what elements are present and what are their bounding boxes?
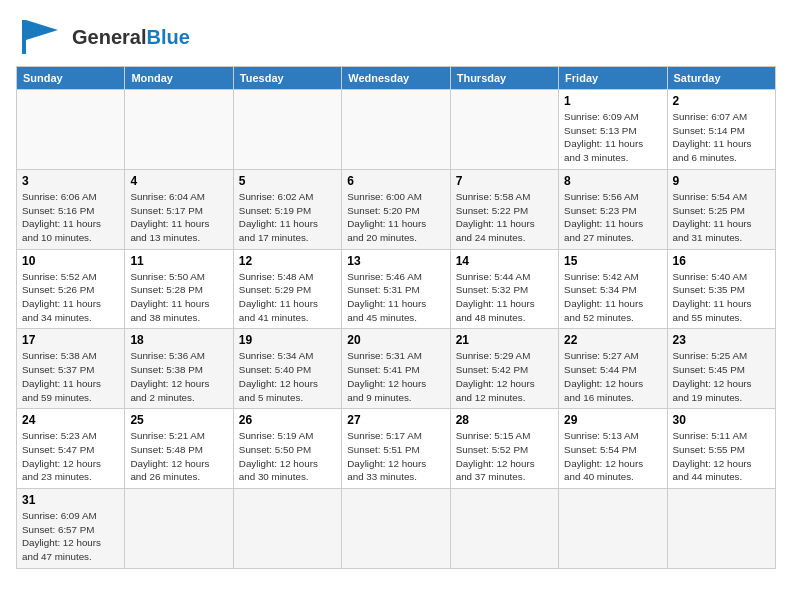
day-number: 29 — [564, 413, 661, 427]
day-info: Sunrise: 5:17 AM Sunset: 5:51 PM Dayligh… — [347, 429, 444, 484]
calendar-cell — [125, 489, 233, 569]
day-number: 11 — [130, 254, 227, 268]
calendar-cell: 16Sunrise: 5:40 AM Sunset: 5:35 PM Dayli… — [667, 249, 775, 329]
calendar-cell: 19Sunrise: 5:34 AM Sunset: 5:40 PM Dayli… — [233, 329, 341, 409]
calendar-cell: 1Sunrise: 6:09 AM Sunset: 5:13 PM Daylig… — [559, 90, 667, 170]
header-day-monday: Monday — [125, 67, 233, 90]
calendar-cell: 27Sunrise: 5:17 AM Sunset: 5:51 PM Dayli… — [342, 409, 450, 489]
calendar-cell: 2Sunrise: 6:07 AM Sunset: 5:14 PM Daylig… — [667, 90, 775, 170]
day-number: 4 — [130, 174, 227, 188]
calendar-cell — [667, 489, 775, 569]
calendar-cell: 26Sunrise: 5:19 AM Sunset: 5:50 PM Dayli… — [233, 409, 341, 489]
day-info: Sunrise: 5:29 AM Sunset: 5:42 PM Dayligh… — [456, 349, 553, 404]
day-number: 9 — [673, 174, 770, 188]
day-number: 30 — [673, 413, 770, 427]
day-number: 19 — [239, 333, 336, 347]
header-day-saturday: Saturday — [667, 67, 775, 90]
day-number: 31 — [22, 493, 119, 507]
calendar-cell — [233, 489, 341, 569]
day-info: Sunrise: 5:15 AM Sunset: 5:52 PM Dayligh… — [456, 429, 553, 484]
header-day-tuesday: Tuesday — [233, 67, 341, 90]
calendar-cell: 18Sunrise: 5:36 AM Sunset: 5:38 PM Dayli… — [125, 329, 233, 409]
page-header: GeneralBlue — [16, 16, 776, 58]
day-info: Sunrise: 5:25 AM Sunset: 5:45 PM Dayligh… — [673, 349, 770, 404]
day-info: Sunrise: 6:04 AM Sunset: 5:17 PM Dayligh… — [130, 190, 227, 245]
svg-marker-1 — [26, 20, 58, 40]
day-info: Sunrise: 5:40 AM Sunset: 5:35 PM Dayligh… — [673, 270, 770, 325]
calendar-cell: 5Sunrise: 6:02 AM Sunset: 5:19 PM Daylig… — [233, 169, 341, 249]
day-info: Sunrise: 5:19 AM Sunset: 5:50 PM Dayligh… — [239, 429, 336, 484]
day-info: Sunrise: 5:38 AM Sunset: 5:37 PM Dayligh… — [22, 349, 119, 404]
calendar-cell: 12Sunrise: 5:48 AM Sunset: 5:29 PM Dayli… — [233, 249, 341, 329]
calendar-cell: 10Sunrise: 5:52 AM Sunset: 5:26 PM Dayli… — [17, 249, 125, 329]
calendar-cell — [233, 90, 341, 170]
day-number: 17 — [22, 333, 119, 347]
svg-rect-0 — [22, 20, 26, 54]
calendar-week-1: 3Sunrise: 6:06 AM Sunset: 5:16 PM Daylig… — [17, 169, 776, 249]
day-info: Sunrise: 5:21 AM Sunset: 5:48 PM Dayligh… — [130, 429, 227, 484]
calendar-cell: 15Sunrise: 5:42 AM Sunset: 5:34 PM Dayli… — [559, 249, 667, 329]
calendar-cell — [125, 90, 233, 170]
day-number: 14 — [456, 254, 553, 268]
day-number: 1 — [564, 94, 661, 108]
calendar-cell: 14Sunrise: 5:44 AM Sunset: 5:32 PM Dayli… — [450, 249, 558, 329]
calendar-cell: 25Sunrise: 5:21 AM Sunset: 5:48 PM Dayli… — [125, 409, 233, 489]
day-number: 13 — [347, 254, 444, 268]
header-row: SundayMondayTuesdayWednesdayThursdayFrid… — [17, 67, 776, 90]
logo-blue-text: Blue — [146, 26, 189, 48]
day-number: 3 — [22, 174, 119, 188]
calendar-cell: 8Sunrise: 5:56 AM Sunset: 5:23 PM Daylig… — [559, 169, 667, 249]
header-day-friday: Friday — [559, 67, 667, 90]
calendar-week-0: 1Sunrise: 6:09 AM Sunset: 5:13 PM Daylig… — [17, 90, 776, 170]
day-info: Sunrise: 5:58 AM Sunset: 5:22 PM Dayligh… — [456, 190, 553, 245]
calendar-cell: 24Sunrise: 5:23 AM Sunset: 5:47 PM Dayli… — [17, 409, 125, 489]
calendar-cell: 6Sunrise: 6:00 AM Sunset: 5:20 PM Daylig… — [342, 169, 450, 249]
calendar-cell: 28Sunrise: 5:15 AM Sunset: 5:52 PM Dayli… — [450, 409, 558, 489]
day-number: 23 — [673, 333, 770, 347]
header-day-wednesday: Wednesday — [342, 67, 450, 90]
day-number: 27 — [347, 413, 444, 427]
calendar-cell: 31Sunrise: 6:09 AM Sunset: 6:57 PM Dayli… — [17, 489, 125, 569]
calendar-cell: 11Sunrise: 5:50 AM Sunset: 5:28 PM Dayli… — [125, 249, 233, 329]
day-number: 5 — [239, 174, 336, 188]
day-number: 20 — [347, 333, 444, 347]
day-number: 18 — [130, 333, 227, 347]
day-number: 22 — [564, 333, 661, 347]
calendar-cell — [342, 489, 450, 569]
calendar-week-3: 17Sunrise: 5:38 AM Sunset: 5:37 PM Dayli… — [17, 329, 776, 409]
day-info: Sunrise: 5:54 AM Sunset: 5:25 PM Dayligh… — [673, 190, 770, 245]
day-info: Sunrise: 5:48 AM Sunset: 5:29 PM Dayligh… — [239, 270, 336, 325]
calendar-cell: 23Sunrise: 5:25 AM Sunset: 5:45 PM Dayli… — [667, 329, 775, 409]
calendar-cell: 29Sunrise: 5:13 AM Sunset: 5:54 PM Dayli… — [559, 409, 667, 489]
calendar-cell: 30Sunrise: 5:11 AM Sunset: 5:55 PM Dayli… — [667, 409, 775, 489]
day-number: 8 — [564, 174, 661, 188]
day-info: Sunrise: 5:34 AM Sunset: 5:40 PM Dayligh… — [239, 349, 336, 404]
day-info: Sunrise: 6:02 AM Sunset: 5:19 PM Dayligh… — [239, 190, 336, 245]
header-day-thursday: Thursday — [450, 67, 558, 90]
calendar-table: SundayMondayTuesdayWednesdayThursdayFrid… — [16, 66, 776, 569]
day-number: 26 — [239, 413, 336, 427]
calendar-cell — [450, 90, 558, 170]
day-number: 28 — [456, 413, 553, 427]
day-number: 25 — [130, 413, 227, 427]
calendar-cell: 4Sunrise: 6:04 AM Sunset: 5:17 PM Daylig… — [125, 169, 233, 249]
calendar-week-4: 24Sunrise: 5:23 AM Sunset: 5:47 PM Dayli… — [17, 409, 776, 489]
day-info: Sunrise: 5:44 AM Sunset: 5:32 PM Dayligh… — [456, 270, 553, 325]
day-info: Sunrise: 5:42 AM Sunset: 5:34 PM Dayligh… — [564, 270, 661, 325]
day-info: Sunrise: 5:27 AM Sunset: 5:44 PM Dayligh… — [564, 349, 661, 404]
calendar-cell: 17Sunrise: 5:38 AM Sunset: 5:37 PM Dayli… — [17, 329, 125, 409]
day-info: Sunrise: 6:00 AM Sunset: 5:20 PM Dayligh… — [347, 190, 444, 245]
day-info: Sunrise: 5:52 AM Sunset: 5:26 PM Dayligh… — [22, 270, 119, 325]
day-number: 21 — [456, 333, 553, 347]
day-info: Sunrise: 5:36 AM Sunset: 5:38 PM Dayligh… — [130, 349, 227, 404]
day-info: Sunrise: 5:56 AM Sunset: 5:23 PM Dayligh… — [564, 190, 661, 245]
day-number: 16 — [673, 254, 770, 268]
day-info: Sunrise: 5:50 AM Sunset: 5:28 PM Dayligh… — [130, 270, 227, 325]
day-number: 15 — [564, 254, 661, 268]
calendar-cell: 20Sunrise: 5:31 AM Sunset: 5:41 PM Dayli… — [342, 329, 450, 409]
day-info: Sunrise: 6:09 AM Sunset: 6:57 PM Dayligh… — [22, 509, 119, 564]
header-day-sunday: Sunday — [17, 67, 125, 90]
day-number: 7 — [456, 174, 553, 188]
calendar-cell: 3Sunrise: 6:06 AM Sunset: 5:16 PM Daylig… — [17, 169, 125, 249]
calendar-header: SundayMondayTuesdayWednesdayThursdayFrid… — [17, 67, 776, 90]
